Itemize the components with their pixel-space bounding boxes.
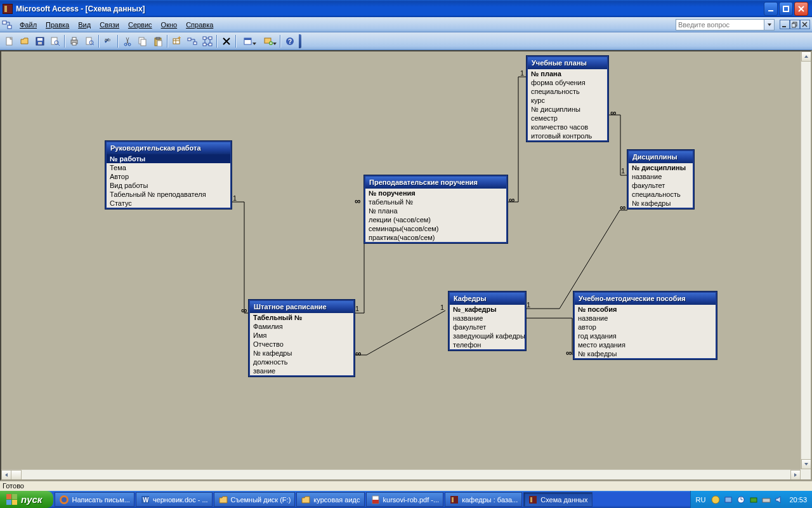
print-button[interactable] xyxy=(67,34,81,48)
field[interactable]: специальность xyxy=(528,87,607,96)
doc-close-button[interactable] xyxy=(800,20,810,29)
field[interactable]: специальность xyxy=(629,190,693,199)
field[interactable]: № дисциплины xyxy=(528,105,607,114)
table-title[interactable]: Штатное расписание xyxy=(250,301,353,313)
copy-button[interactable] xyxy=(136,34,150,48)
field[interactable]: № кафедры xyxy=(575,349,716,358)
show-table-button[interactable]: + xyxy=(170,34,184,48)
start-button[interactable]: пуск xyxy=(0,491,53,508)
field[interactable]: Статус xyxy=(107,199,230,208)
field[interactable]: название xyxy=(629,172,693,181)
table-title[interactable]: Преподавательские поручения xyxy=(365,177,506,189)
field[interactable]: факультет xyxy=(629,181,693,190)
taskbar-item[interactable]: kursovi-rob.pdf -... xyxy=(366,492,444,507)
table-title[interactable]: Учебно-методические пособия xyxy=(575,293,716,305)
field[interactable]: курс xyxy=(528,96,607,105)
field[interactable]: табельный № xyxy=(365,197,506,206)
tray-icon[interactable] xyxy=(723,495,733,505)
field[interactable]: лекции (часов/сем) xyxy=(365,215,506,224)
tray-icon[interactable] xyxy=(761,495,771,505)
scroll-up-button[interactable] xyxy=(801,51,811,62)
menu-service[interactable]: Сервис xyxy=(124,19,157,30)
doc-restore-button[interactable] xyxy=(790,20,800,29)
tray-icon[interactable] xyxy=(749,495,759,505)
tray-icon[interactable] xyxy=(736,495,746,505)
show-all-button[interactable] xyxy=(200,34,214,48)
field[interactable]: семинары(часов/сем) xyxy=(365,224,506,233)
menu-file[interactable]: Файл xyxy=(15,19,41,30)
scroll-down-button[interactable] xyxy=(801,459,811,469)
field[interactable]: № плана xyxy=(365,206,506,215)
menu-help[interactable]: Справка xyxy=(181,19,218,30)
show-direct-button[interactable] xyxy=(185,34,199,48)
relationships-canvas[interactable]: 1 ∞ 1 ∞ ∞ 1 ∞ 1 ∞ 1 1 ∞ ∞ Руководительск… xyxy=(1,51,801,469)
toolbar-overflow[interactable] xyxy=(299,34,301,48)
field[interactable]: № кафедры xyxy=(629,199,693,208)
field[interactable]: телефон xyxy=(450,340,525,349)
new-button[interactable] xyxy=(3,34,16,48)
table-prepod[interactable]: Преподавательские поручения № поручения … xyxy=(364,175,508,243)
taskbar-item[interactable]: кафедры : база... xyxy=(445,492,522,507)
field[interactable]: № работы xyxy=(107,154,230,163)
field[interactable]: заведующий кафедры xyxy=(450,331,525,340)
field[interactable]: Имя xyxy=(250,331,353,340)
paste-button[interactable] xyxy=(151,34,165,48)
help-search-input[interactable] xyxy=(676,19,764,30)
delete-button[interactable] xyxy=(219,34,233,48)
scroll-right-button[interactable] xyxy=(790,470,801,480)
clock[interactable]: 20:53 xyxy=(789,496,807,504)
field[interactable]: Фамилия xyxy=(250,322,353,331)
table-title[interactable]: Руководительская работа xyxy=(107,142,230,154)
table-kafedry[interactable]: Кафедры №_кафедры название факультет зав… xyxy=(449,291,526,351)
field[interactable]: название xyxy=(450,314,525,323)
field[interactable]: Автор xyxy=(107,172,230,181)
horizontal-scrollbar[interactable] xyxy=(1,469,801,479)
field[interactable]: год издания xyxy=(575,331,716,340)
table-title[interactable]: Кафедры xyxy=(450,293,525,305)
file-search-button[interactable] xyxy=(48,34,62,48)
table-discipliny[interactable]: Дисциплины № дисциплины название факульт… xyxy=(627,150,694,209)
field[interactable]: итоговый контроль xyxy=(528,131,607,140)
field[interactable]: факультет xyxy=(450,323,525,331)
open-button[interactable] xyxy=(18,34,32,48)
field[interactable]: № пособия xyxy=(575,305,716,314)
scroll-thumb[interactable] xyxy=(11,470,22,480)
field[interactable]: практика(часов/сем) xyxy=(365,233,506,242)
field[interactable]: семестр xyxy=(528,114,607,123)
language-indicator[interactable]: RU xyxy=(696,496,706,504)
field[interactable]: Вид работы xyxy=(107,181,230,190)
taskbar-item[interactable]: Съемный диск (F:) xyxy=(214,492,296,507)
maximize-button[interactable] xyxy=(779,2,793,16)
table-ucheb-plan[interactable]: Учебные планы № плана форма обучения спе… xyxy=(527,56,608,142)
table-shtat[interactable]: Штатное расписание Табельный № Фамилия И… xyxy=(249,300,355,377)
field[interactable]: место издания xyxy=(575,340,716,349)
scroll-left-button[interactable] xyxy=(1,470,11,480)
volume-icon[interactable] xyxy=(774,495,784,505)
field[interactable]: должность xyxy=(250,358,353,366)
field[interactable]: звание xyxy=(250,366,353,375)
table-title[interactable]: Учебные планы xyxy=(528,57,607,69)
taskbar-item[interactable]: курсовая аидс xyxy=(296,492,364,507)
field[interactable]: Тема xyxy=(107,163,230,172)
field[interactable]: №_кафедры xyxy=(450,305,525,314)
field[interactable]: название xyxy=(575,314,716,323)
help-search-dropdown[interactable] xyxy=(764,19,775,30)
minimize-button[interactable] xyxy=(764,2,778,16)
vertical-scrollbar[interactable] xyxy=(801,51,811,469)
field[interactable]: № плана xyxy=(528,69,607,78)
menu-window[interactable]: Окно xyxy=(157,19,182,30)
field[interactable]: Табельный № xyxy=(250,313,353,322)
field[interactable]: № поручения xyxy=(365,189,506,197)
taskbar-item[interactable]: Написать письм... xyxy=(55,492,134,507)
close-button[interactable] xyxy=(794,2,808,16)
spelling-button[interactable]: ✓ab xyxy=(102,34,115,48)
field[interactable]: количество часов xyxy=(528,123,607,131)
save-button[interactable] xyxy=(33,34,47,48)
doc-minimize-button[interactable] xyxy=(780,20,790,29)
field[interactable]: № дисциплины xyxy=(629,163,693,172)
table-posobiya[interactable]: Учебно-методические пособия № пособия на… xyxy=(573,291,717,359)
menu-relations[interactable]: Связи xyxy=(95,19,124,30)
system-tray[interactable]: RU 20:53 xyxy=(690,491,812,508)
field[interactable]: Табельный № преподавателя xyxy=(107,190,230,199)
menu-view[interactable]: Вид xyxy=(74,19,95,30)
